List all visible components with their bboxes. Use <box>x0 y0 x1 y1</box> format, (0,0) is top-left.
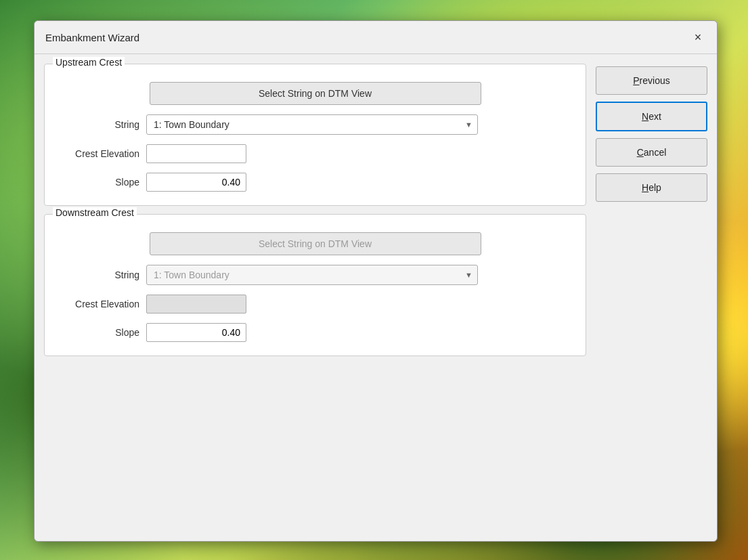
upstream-string-row: String 1: Town Boundary 2: Other String … <box>58 114 572 135</box>
upstream-select-string-row: Select String on DTM View <box>58 82 572 105</box>
help-underline-h: Help <box>642 182 661 193</box>
upstream-crest-elevation-label: Crest Elevation <box>58 148 139 159</box>
previous-underline-p: Previous <box>633 75 669 86</box>
close-button[interactable]: × <box>688 28 707 47</box>
upstream-string-select[interactable]: 1: Town Boundary 2: Other String <box>146 114 478 135</box>
downstream-crest-elevation-input[interactable] <box>146 295 246 314</box>
upstream-string-label: String <box>58 119 139 130</box>
downstream-select-string-button[interactable]: Select String on DTM View <box>150 232 481 255</box>
downstream-crest-elevation-row: Crest Elevation <box>58 295 572 314</box>
dialog-body: Upstream Crest Select String on DTM View… <box>35 54 717 541</box>
downstream-slope-label: Slope <box>58 327 139 338</box>
help-button[interactable]: Help <box>596 173 707 202</box>
upstream-form: Select String on DTM View String 1: Town… <box>58 75 572 192</box>
downstream-string-row: String 1: Town Boundary 2: Other String … <box>58 265 572 285</box>
upstream-slope-input[interactable] <box>146 173 246 192</box>
upstream-select-string-button[interactable]: Select String on DTM View <box>150 82 481 105</box>
downstream-string-label: String <box>58 270 139 280</box>
upstream-string-select-wrapper: 1: Town Boundary 2: Other String ▼ <box>146 114 478 135</box>
next-button[interactable]: Next <box>596 102 707 131</box>
upstream-crest-elevation-row: Crest Elevation <box>58 144 572 163</box>
downstream-slope-input[interactable] <box>146 323 246 342</box>
downstream-crest-title: Downstream Crest <box>53 207 137 218</box>
upstream-crest-title: Upstream Crest <box>53 57 125 68</box>
upstream-crest-section: Upstream Crest Select String on DTM View… <box>44 64 586 206</box>
downstream-form: Select String on DTM View String 1: Town… <box>58 225 572 342</box>
upstream-slope-label: Slope <box>58 177 139 188</box>
previous-button[interactable]: Previous <box>596 66 707 95</box>
dialog-title: Embankment Wizard <box>45 32 139 43</box>
downstream-string-select-wrapper: 1: Town Boundary 2: Other String ▼ <box>146 265 478 285</box>
right-panel: Previous Next Cancel Help <box>596 64 707 532</box>
cancel-underline-c: Cancel <box>637 147 667 158</box>
downstream-string-select[interactable]: 1: Town Boundary 2: Other String <box>146 265 478 285</box>
downstream-crest-elevation-label: Crest Elevation <box>58 299 139 309</box>
dialog-window: Embankment Wizard × Upstream Crest Selec… <box>34 20 718 542</box>
upstream-crest-elevation-input[interactable] <box>146 144 246 163</box>
title-bar: Embankment Wizard × <box>35 21 717 54</box>
downstream-select-string-row: Select String on DTM View <box>58 232 572 255</box>
downstream-crest-section: Downstream Crest Select String on DTM Vi… <box>44 214 586 356</box>
left-panel: Upstream Crest Select String on DTM View… <box>44 64 586 532</box>
upstream-slope-row: Slope <box>58 173 572 192</box>
next-underline-n: Next <box>642 111 661 122</box>
downstream-slope-row: Slope <box>58 323 572 342</box>
cancel-button[interactable]: Cancel <box>596 138 707 167</box>
